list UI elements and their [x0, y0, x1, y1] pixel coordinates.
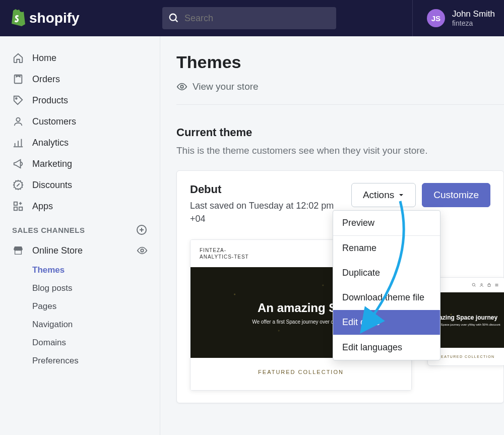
svg-point-20	[472, 283, 475, 286]
customize-button[interactable]: Customize	[422, 183, 490, 207]
sub-item-themes[interactable]: Themes	[32, 261, 160, 279]
sidebar-item-label: Products	[32, 95, 68, 106]
store-icon	[12, 244, 24, 257]
menu-icon	[494, 283, 499, 287]
eye-icon[interactable]	[137, 245, 148, 256]
dropdown-download[interactable]: Download theme file	[333, 285, 440, 310]
sub-item-blog-posts[interactable]: Blog posts	[32, 279, 160, 297]
sidebar-item-discounts[interactable]: Discounts	[0, 174, 160, 196]
sidebar-item-label: Customers	[32, 116, 76, 127]
sales-channels-header: SALES CHANNELS	[0, 217, 160, 240]
dropdown-edit-code[interactable]: Edit code	[333, 310, 440, 335]
dropdown-edit-languages[interactable]: Edit languages	[333, 335, 440, 360]
theme-last-saved: Last saved on Tuesday at 12:02 pm +04	[190, 199, 336, 225]
actions-dropdown: Preview Rename Duplicate Download theme …	[333, 210, 440, 360]
sidebar-item-analytics[interactable]: Analytics	[0, 132, 160, 153]
sub-item-preferences[interactable]: Preferences	[32, 352, 160, 370]
svg-point-3	[16, 98, 17, 99]
sub-item-domains[interactable]: Domains	[32, 334, 160, 352]
user-menu[interactable]: JS John Smith finteza	[412, 0, 495, 36]
user-icon	[479, 283, 484, 287]
brand-name: shopify	[29, 10, 80, 26]
sub-item-pages[interactable]: Pages	[32, 297, 160, 316]
avatar: JS	[427, 9, 445, 27]
sidebar-item-label: Analytics	[32, 138, 69, 148]
dropdown-preview[interactable]: Preview	[333, 211, 440, 235]
sidebar-item-label: Online Store	[32, 245, 83, 256]
current-theme-heading: Current theme	[176, 126, 504, 139]
bag-icon	[487, 283, 491, 287]
logo[interactable]: shopify	[9, 9, 160, 27]
current-theme-desc: This is the theme customers see when the…	[176, 145, 504, 156]
sidebar-item-label: Marketing	[32, 159, 72, 169]
preview-featured: FEATURED COLLECTION	[191, 358, 411, 390]
home-icon	[12, 52, 24, 64]
preview-site-name: FINTEZA-ANALYTICS-TEST	[200, 247, 255, 260]
sidebar-item-label: Home	[32, 53, 56, 64]
svg-rect-12	[19, 207, 22, 210]
sidebar-item-online-store[interactable]: Online Store	[0, 240, 160, 261]
discount-icon	[12, 179, 24, 191]
main-content: Themes View your store Current theme Thi…	[160, 36, 504, 435]
sidebar-item-label: Orders	[32, 74, 60, 85]
svg-point-19	[180, 85, 183, 88]
svg-line-9	[17, 183, 20, 187]
view-store-link[interactable]: View your store	[176, 81, 504, 105]
sidebar-item-customers[interactable]: Customers	[0, 111, 160, 132]
search-icon	[168, 13, 179, 24]
caret-down-icon	[398, 192, 404, 198]
bar-chart-icon	[12, 137, 24, 149]
sidebar-item-orders[interactable]: Orders	[0, 69, 160, 90]
svg-line-21	[475, 286, 476, 287]
actions-button[interactable]: Actions	[351, 183, 416, 207]
svg-point-0	[170, 14, 176, 21]
svg-line-1	[175, 20, 178, 22]
search-input[interactable]	[162, 7, 336, 29]
sidebar-item-label: Discounts	[32, 180, 72, 191]
shopify-logo-icon	[9, 9, 25, 27]
search-container	[162, 7, 336, 29]
dropdown-duplicate[interactable]: Duplicate	[333, 261, 440, 285]
search-icon	[472, 283, 476, 287]
sidebar-item-products[interactable]: Products	[0, 90, 160, 111]
svg-point-4	[16, 118, 20, 121]
page-title: Themes	[176, 52, 504, 72]
preview-hero-title: An amazing Sp	[258, 301, 344, 315]
sub-item-navigation[interactable]: Navigation	[32, 316, 160, 334]
svg-rect-10	[14, 202, 17, 205]
apps-icon	[12, 200, 24, 212]
svg-rect-11	[14, 207, 17, 210]
person-icon	[12, 115, 24, 128]
sidebar-item-marketing[interactable]: Marketing	[0, 153, 160, 174]
theme-name: Debut	[190, 183, 336, 196]
user-name: John Smith	[452, 9, 495, 19]
megaphone-icon	[12, 158, 24, 170]
topbar: shopify JS John Smith finteza	[0, 0, 504, 36]
tag-icon	[12, 94, 24, 106]
sidebar: Home Orders Products Customers Analytics…	[0, 36, 160, 435]
theme-card: Debut Last saved on Tuesday at 12:02 pm …	[176, 170, 504, 403]
orders-icon	[12, 73, 24, 85]
add-channel-icon[interactable]	[136, 224, 148, 236]
svg-point-22	[481, 284, 482, 285]
sidebar-item-home[interactable]: Home	[0, 47, 160, 69]
user-store: finteza	[452, 19, 495, 27]
dropdown-rename[interactable]: Rename	[333, 236, 440, 261]
sidebar-item-label: Apps	[32, 201, 53, 212]
svg-point-18	[141, 249, 144, 252]
sidebar-item-apps[interactable]: Apps	[0, 196, 160, 217]
eye-icon	[176, 81, 187, 92]
